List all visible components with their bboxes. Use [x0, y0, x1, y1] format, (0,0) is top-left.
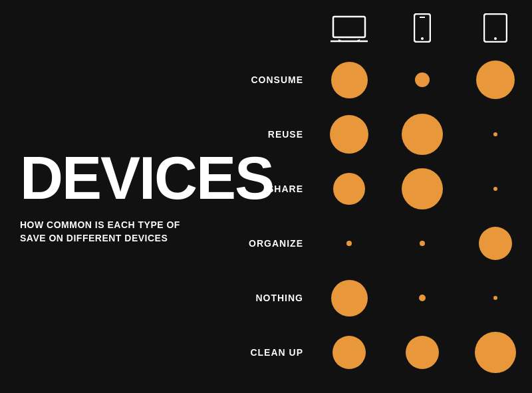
laptop-icon [331, 15, 368, 43]
bubble-cell [386, 57, 459, 103]
bubble [332, 336, 366, 369]
data-row: CLEAN UP [239, 329, 532, 376]
bubble [476, 61, 515, 99]
right-panel: CONSUMEREUSESHAREORGANIZENOTHINGCLEAN UP [239, 0, 532, 393]
bubble [415, 72, 430, 87]
data-row: REUSE [239, 111, 532, 158]
bubble-cell [313, 220, 386, 267]
bubble-cell [313, 166, 386, 212]
bubble-cell [459, 275, 532, 321]
bubble-cell [459, 220, 532, 267]
bubble [419, 295, 426, 301]
bubble-cell [459, 57, 532, 103]
bubble [402, 114, 443, 155]
svg-point-5 [421, 37, 424, 40]
row-label: ORGANIZE [239, 238, 313, 249]
bubble [346, 241, 352, 246]
data-rows: CONSUMEREUSESHAREORGANIZENOTHINGCLEAN UP [239, 53, 532, 380]
page-subtitle: HOW COMMON IS EACH TYPE OFSAVE ON DIFFER… [20, 219, 219, 245]
bubble [331, 280, 368, 317]
bubble [493, 187, 497, 191]
laptop-icon-cell [313, 15, 386, 43]
bubble-cell [386, 220, 459, 267]
bubble-cell [459, 166, 532, 212]
bubble-cell [386, 166, 459, 212]
bubble-cell [386, 275, 459, 321]
bubble [475, 332, 516, 373]
bubble-cell [313, 329, 386, 376]
bubble-cell [459, 329, 532, 376]
svg-rect-0 [333, 17, 365, 37]
bubble [333, 173, 365, 205]
bubble-cell [313, 111, 386, 158]
page-title: DEVICES [20, 148, 219, 208]
main-container: DEVICES HOW COMMON IS EACH TYPE OFSAVE O… [0, 0, 532, 393]
row-label: REUSE [239, 129, 313, 140]
row-label: CLEAN UP [239, 347, 313, 358]
phone-icon [414, 13, 431, 43]
bubble [406, 336, 439, 369]
row-label: NOTHING [239, 293, 313, 303]
data-row: ORGANIZE [239, 220, 532, 267]
bubble-cell [459, 111, 532, 158]
bubble [493, 296, 497, 300]
data-row: SHARE [239, 166, 532, 212]
data-row: CONSUME [239, 57, 532, 103]
data-row: NOTHING [239, 275, 532, 321]
device-icons-row [239, 13, 532, 49]
bubble [330, 115, 368, 154]
bubble [420, 241, 425, 246]
bubble [402, 168, 443, 209]
bubble [493, 132, 497, 136]
svg-point-8 [494, 37, 497, 40]
bubble-cell [313, 57, 386, 103]
bubble [331, 62, 368, 98]
phone-icon-cell [386, 13, 459, 43]
tablet-icon [483, 13, 507, 43]
row-label: CONSUME [239, 74, 313, 85]
tablet-icon-cell [459, 13, 532, 43]
bubble-cell [386, 111, 459, 158]
left-panel: DEVICES HOW COMMON IS EACH TYPE OFSAVE O… [0, 0, 239, 393]
bubble-cell [313, 275, 386, 321]
bubble-cell [386, 329, 459, 376]
row-label: SHARE [239, 184, 313, 194]
bubble [479, 227, 512, 260]
